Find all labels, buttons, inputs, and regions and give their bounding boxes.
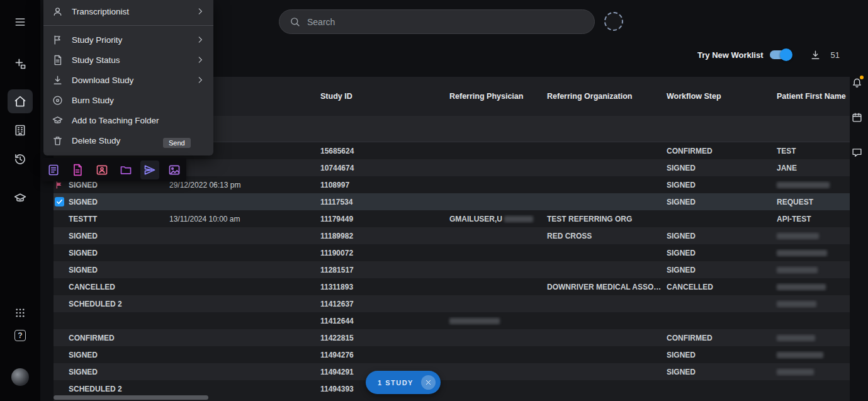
menu-icon[interactable] [8, 10, 33, 34]
cell-status: TESTTT [66, 215, 167, 223]
menu-item-label: Study Priority [72, 35, 122, 45]
table-row[interactable]: SIGNED11494276SIGNED [54, 346, 850, 363]
cell-patient [774, 266, 850, 274]
download-icon [52, 75, 63, 86]
redacted-text [777, 250, 827, 256]
table-row[interactable]: CONFIRMED11422815CONFIRMED [54, 329, 850, 346]
horizontal-scrollbar-thumb[interactable] [54, 395, 208, 400]
report-icon[interactable] [44, 161, 63, 179]
column-header-ref-org[interactable]: Referring Organization [544, 92, 664, 101]
flag-icon [55, 181, 63, 189]
cell-id: 11422815 [318, 334, 447, 342]
menu-item-transcriptionist[interactable]: Transcriptionist [43, 1, 213, 21]
cell-status: SCHEDULED 2 [66, 385, 167, 393]
redacted-text [449, 318, 500, 324]
search-input[interactable] [307, 17, 584, 27]
menu-item-label: Study Status [72, 55, 120, 65]
cell-status: SCHEDULED 2 [66, 300, 167, 308]
cell-patient: API-TEST [774, 215, 850, 223]
folder-icon[interactable] [116, 161, 135, 179]
table-row[interactable]: 11412644 [54, 312, 850, 329]
menu-item-study-priority[interactable]: Study Priority [43, 30, 213, 50]
profile-spinner-avatar[interactable] [604, 12, 623, 31]
burn-disc-icon [52, 95, 63, 106]
cell-wf: SIGNED [664, 232, 774, 240]
cell-phys: GMAILUSER,U [447, 215, 544, 223]
menu-item-burn-study[interactable]: Burn Study [43, 90, 213, 110]
cell-patient: JANE [774, 164, 850, 172]
cell-date: 29/12/2022 06:13 pm [167, 181, 318, 189]
user-avatar[interactable] [8, 365, 33, 389]
priority-flag-icon [52, 35, 63, 45]
cell-status: SIGNED [66, 232, 167, 240]
close-icon [425, 379, 432, 386]
redacted-text [777, 301, 816, 307]
worklist-toggle[interactable] [770, 50, 791, 59]
organization-icon[interactable] [8, 118, 33, 142]
toggle-knob [780, 48, 792, 61]
column-header-ref-physician[interactable]: Referring Physician [447, 92, 544, 101]
cell-status: SIGNED [66, 181, 167, 189]
menu-item-study-status[interactable]: Study Status [43, 50, 213, 70]
document-status-icon [52, 55, 63, 65]
menu-item-download-study[interactable]: Download Study [43, 70, 213, 90]
cell-id: 1108997 [318, 181, 447, 189]
worklist-controls: Try New Worklist 51 [697, 48, 840, 62]
clear-selection-button[interactable] [421, 375, 436, 390]
search-icon [290, 16, 300, 27]
table-row[interactable]: SIGNED11189982RED CROSSSIGNED [54, 227, 850, 244]
send-tooltip: Send [163, 138, 191, 148]
chevron-right-icon [196, 55, 205, 64]
cell-id: 10744674 [318, 164, 447, 172]
cell-patient [774, 181, 850, 189]
redacted-text [777, 335, 815, 341]
add-study-icon[interactable] [8, 52, 33, 76]
notifications-bell-icon[interactable] [852, 77, 862, 88]
cell-id: 11117534 [318, 198, 447, 206]
column-header-patient-first-name[interactable]: Patient First Name [774, 92, 850, 101]
cell-patient [774, 334, 850, 342]
apps-grid-icon[interactable] [8, 301, 33, 325]
table-row[interactable]: SIGNED11281517SIGNED [54, 261, 850, 278]
menu-item-add-to-teaching-folder[interactable]: Add to Teaching Folder [43, 110, 213, 130]
column-header-study-id[interactable]: Study ID [318, 92, 447, 101]
cell-status: SIGNED [66, 266, 167, 274]
chat-icon[interactable] [852, 147, 862, 158]
cell-id: 11412637 [318, 300, 447, 308]
menu-divider [43, 25, 213, 26]
cell-wf: CONFIRMED [664, 334, 774, 342]
person-icon [52, 6, 63, 17]
document-icon[interactable] [68, 161, 87, 179]
cell-wf: SIGNED [664, 181, 774, 189]
column-header-workflow-step[interactable]: Workflow Step [664, 92, 774, 101]
quick-actions-bar [42, 158, 186, 181]
table-row[interactable]: SCHEDULED 211412637 [54, 295, 850, 312]
image-icon[interactable] [165, 161, 184, 179]
trash-icon [52, 135, 63, 146]
cell-status: CANCELLED [66, 283, 167, 291]
patient-card-icon[interactable] [93, 161, 111, 179]
help-icon[interactable]: ? [8, 324, 33, 347]
table-row[interactable]: SIGNED11190072SIGNED [54, 244, 850, 261]
row-checkbox[interactable] [55, 197, 64, 206]
cell-gutter [54, 181, 66, 189]
history-icon[interactable] [8, 147, 33, 171]
cell-id: 11179449 [318, 215, 447, 223]
cell-wf: SIGNED [664, 351, 774, 359]
calendar-icon[interactable] [852, 112, 862, 123]
cell-org: RED CROSS [544, 232, 664, 240]
cell-phys [447, 317, 544, 325]
table-row[interactable]: SIGNED11117534SIGNEDREQUEST [54, 193, 850, 210]
table-row[interactable]: TESTTT13/11/2024 10:00 am11179449GMAILUS… [54, 210, 850, 227]
download-worklist-icon[interactable] [810, 50, 821, 60]
table-row[interactable]: CANCELLED11311893DOWNRIVER MEDICAL ASSOC… [54, 278, 850, 295]
home-icon[interactable] [8, 89, 33, 113]
cell-gutter [54, 197, 66, 206]
table-row[interactable]: SCHEDULED 211494393 [54, 380, 850, 397]
cell-patient: REQUEST [774, 198, 850, 206]
teaching-icon[interactable] [8, 186, 33, 210]
cell-wf: SIGNED [664, 164, 774, 172]
send-icon[interactable] [140, 161, 159, 179]
cell-status: SIGNED [66, 368, 167, 376]
table-row[interactable]: SIGNED11494291SIGNED [54, 363, 850, 380]
